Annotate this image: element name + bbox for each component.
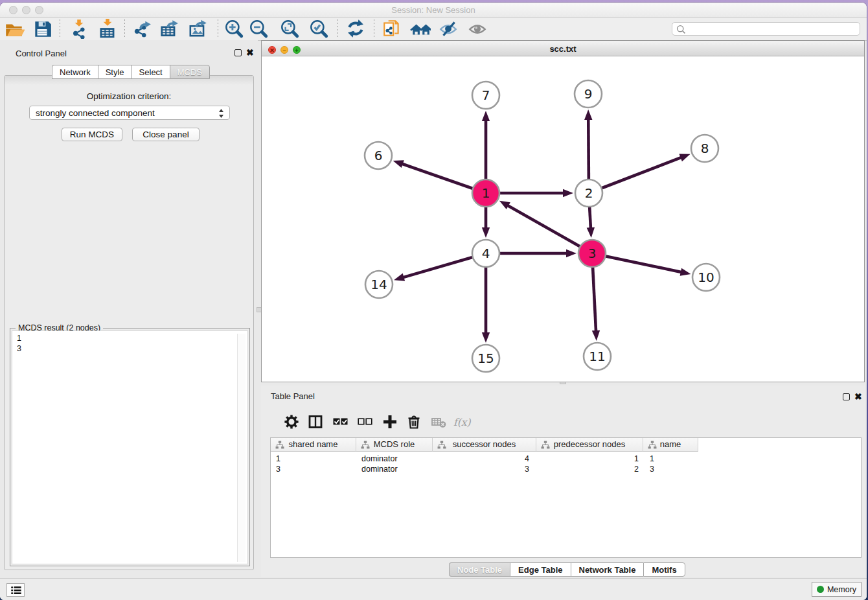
export-network-icon[interactable]: [131, 18, 152, 39]
column-header-shared-name[interactable]: shared name: [271, 438, 356, 452]
node-label: 9: [584, 86, 593, 102]
table-tab-network-table[interactable]: Network Table: [571, 562, 644, 577]
edge-2-8[interactable]: [589, 154, 691, 193]
control-panel-float-button[interactable]: [234, 49, 242, 56]
table-panel-float-button[interactable]: [843, 393, 850, 400]
table-panel: Table Panel ✖ f(x) shared nameMCDS roles…: [261, 386, 865, 577]
control-panel-tab-select[interactable]: Select: [131, 65, 170, 79]
table-cell[interactable]: 3: [433, 464, 536, 474]
result-scrollbar[interactable]: [237, 334, 246, 562]
control-panel-tabs: NetworkStyleSelectMCDS: [52, 65, 210, 79]
node-label: 3: [588, 246, 597, 261]
toolbar-separator: [124, 19, 125, 38]
node-11[interactable]: 11: [584, 343, 611, 370]
node-15[interactable]: 15: [472, 345, 499, 372]
control-panel-tab-network[interactable]: Network: [52, 65, 98, 79]
table-cell[interactable]: 2: [536, 464, 643, 474]
node-table: shared nameMCDS rolesuccessor nodesprede…: [270, 437, 862, 558]
table-cell[interactable]: dominator: [356, 464, 433, 474]
select-all-icon[interactable]: [331, 413, 349, 431]
open-session-icon[interactable]: [4, 18, 25, 39]
toolbar-separator: [218, 19, 218, 38]
control-panel-tab-style[interactable]: Style: [98, 65, 131, 79]
node-7[interactable]: 7: [472, 82, 499, 109]
node-3[interactable]: 3: [578, 240, 606, 267]
table-row[interactable]: 3dominator323: [271, 464, 698, 474]
table-options-icon[interactable]: [282, 413, 301, 431]
table-row[interactable]: 1dominator411: [271, 454, 698, 464]
hide-selected-icon[interactable]: [438, 18, 459, 39]
node-4[interactable]: 4: [472, 240, 499, 267]
delete-column-icon[interactable]: [405, 413, 423, 431]
node-1[interactable]: 1: [472, 179, 499, 207]
apply-layout-icon[interactable]: [345, 18, 366, 39]
table-tab-edge-table[interactable]: Edge Table: [510, 562, 570, 577]
node-14[interactable]: 14: [365, 271, 393, 298]
task-list-icon: [11, 586, 21, 595]
memory-status-dot: [817, 586, 824, 593]
column-header-MCDS-role[interactable]: MCDS role: [356, 438, 433, 452]
column-header-successor-nodes[interactable]: successor nodes: [433, 438, 536, 452]
table-cell[interactable]: 1: [271, 454, 356, 464]
toolbar-separator: [337, 19, 338, 38]
node-9[interactable]: 9: [575, 80, 602, 108]
criterion-select[interactable]: strongly connected component: [29, 106, 230, 120]
deselect-all-icon[interactable]: [356, 413, 374, 431]
table-panel-title: Table Panel: [271, 391, 315, 401]
run-mcds-button[interactable]: Run MCDS: [62, 128, 122, 141]
search-box[interactable]: [672, 22, 860, 36]
show-all-icon[interactable]: [467, 18, 488, 39]
network-window-title: scc.txt: [262, 44, 864, 54]
node-label: 8: [701, 141, 709, 156]
import-table-icon[interactable]: [97, 18, 118, 39]
node-8[interactable]: 8: [691, 135, 718, 162]
column-header-name[interactable]: name: [643, 438, 698, 452]
zoom-out-icon[interactable]: [248, 18, 269, 39]
memory-button[interactable]: Memory: [812, 582, 862, 597]
search-input[interactable]: [689, 23, 857, 35]
node-6[interactable]: 6: [365, 142, 392, 169]
export-image-icon[interactable]: [187, 18, 208, 39]
new-network-from-selection-icon[interactable]: [382, 18, 402, 39]
first-neighbors-icon[interactable]: [410, 18, 431, 39]
table-panel-tabs: Node TableEdge TableNetwork TableMotifs: [449, 562, 685, 576]
edge-1-6[interactable]: [393, 160, 486, 193]
table-cell[interactable]: 1: [643, 454, 698, 464]
table-cell[interactable]: 1: [536, 454, 643, 464]
control-panel-close-button[interactable]: ✖: [246, 49, 254, 56]
save-session-icon[interactable]: [32, 18, 52, 39]
delete-table-icon: [429, 413, 448, 431]
import-network-icon[interactable]: [69, 18, 89, 39]
criterion-value: strongly connected component: [36, 108, 155, 118]
export-table-icon[interactable]: [159, 18, 179, 39]
svg-text:f(x): f(x): [453, 417, 472, 428]
table-cell[interactable]: 3: [643, 464, 698, 474]
select-arrows-icon: [218, 108, 225, 119]
show-columns-icon[interactable]: [306, 413, 325, 431]
table-cell[interactable]: 3: [271, 464, 356, 474]
zoom-fit-icon[interactable]: [279, 18, 300, 39]
node-label: 4: [482, 246, 490, 261]
node-2[interactable]: 2: [575, 179, 602, 207]
table-cell[interactable]: 4: [433, 454, 536, 464]
node-label: 11: [589, 349, 605, 364]
column-header-predecessor-nodes[interactable]: predecessor nodes: [536, 438, 643, 452]
table-cell[interactable]: dominator: [356, 454, 433, 464]
network-canvas[interactable]: 1234678910111415: [262, 56, 864, 382]
zoom-in-icon[interactable]: [223, 18, 244, 39]
zoom-selected-icon[interactable]: [308, 18, 329, 39]
status-bar: Memory: [0, 578, 867, 600]
control-panel-tab-mcds[interactable]: MCDS: [170, 65, 210, 79]
edge-3-1[interactable]: [499, 201, 592, 253]
table-tab-node-table[interactable]: Node Table: [449, 562, 510, 577]
mcds-panel: Optimization criterion: strongly connect…: [4, 75, 254, 570]
table-panel-close-button[interactable]: ✖: [854, 393, 862, 400]
task-history-button[interactable]: [6, 583, 25, 597]
mcds-result-text[interactable]: 1 3: [12, 330, 248, 564]
close-panel-button[interactable]: Close panel: [132, 128, 200, 141]
add-column-icon[interactable]: [381, 413, 399, 431]
search-icon: [676, 25, 686, 34]
edge-3-10[interactable]: [592, 253, 691, 276]
node-10[interactable]: 10: [692, 264, 720, 291]
table-tab-motifs[interactable]: Motifs: [643, 562, 685, 577]
